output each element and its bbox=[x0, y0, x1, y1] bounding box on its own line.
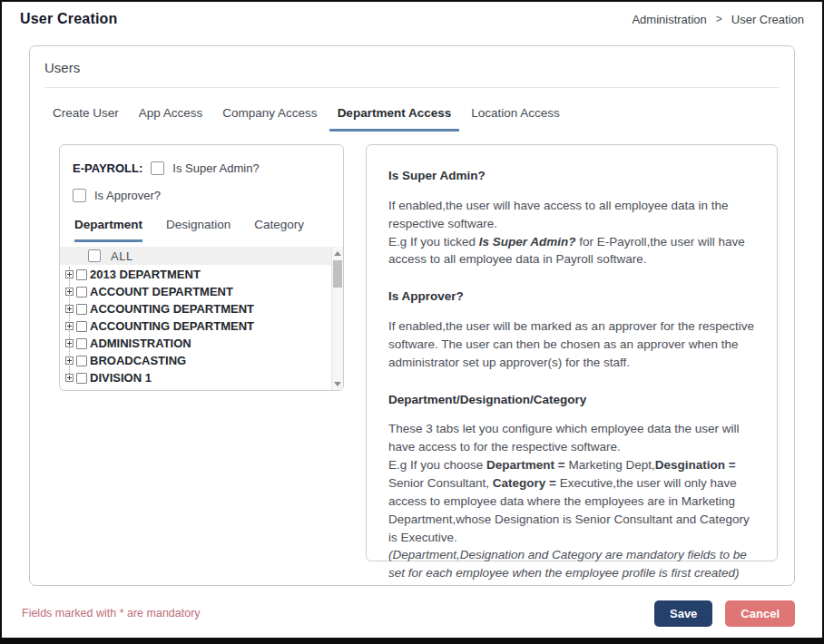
expand-plus-icon[interactable] bbox=[65, 270, 74, 278]
inner-tab-department[interactable]: Department bbox=[74, 218, 142, 242]
approver-checkbox[interactable] bbox=[73, 189, 86, 202]
users-card: Users Create User App Access Company Acc… bbox=[29, 45, 795, 586]
help-note-italic: (Department,Designation and Category are… bbox=[388, 548, 747, 580]
breadcrumb-separator: > bbox=[716, 13, 722, 25]
tree-item[interactable]: ACCOUNTING DEPARTMENT bbox=[60, 300, 331, 317]
breadcrumb: Administration > User Creation bbox=[632, 13, 804, 26]
expand-plus-icon[interactable] bbox=[65, 305, 74, 313]
inner-tabs-row: Department Designation Category bbox=[74, 218, 304, 242]
tree-item-checkbox[interactable] bbox=[76, 287, 87, 298]
tab-department-access[interactable]: Department Access bbox=[329, 99, 460, 132]
tab-app-access[interactable]: App Access bbox=[131, 99, 211, 132]
super-admin-row: E-PAYROLL: Is Super Admin? bbox=[73, 161, 260, 175]
super-admin-checkbox[interactable] bbox=[151, 161, 164, 175]
all-checkbox[interactable] bbox=[88, 249, 101, 262]
help-panel: Is Super Admin? If enabled,the user will… bbox=[366, 144, 778, 561]
tree-all-row[interactable]: ALL bbox=[60, 247, 331, 265]
approver-label: Is Approver? bbox=[94, 189, 161, 202]
tree-item-label: BROADCASTING bbox=[90, 354, 186, 367]
inner-tab-designation[interactable]: Designation bbox=[166, 218, 231, 242]
tree-rows: 2013 DEPARTMENT ACCOUNT DEPARTMENT ACCOU… bbox=[60, 265, 331, 386]
help-heading-super-admin: Is Super Admin? bbox=[388, 167, 755, 185]
help-text-approver: If enabled,the user will be marked as an… bbox=[388, 317, 755, 372]
tab-company-access[interactable]: Company Access bbox=[214, 99, 325, 132]
tree-item-checkbox[interactable] bbox=[76, 321, 87, 332]
tree-item[interactable]: DIVISION 1 bbox=[60, 369, 331, 386]
inner-tab-category[interactable]: Category bbox=[254, 218, 304, 242]
tree-item-label: ACCOUNTING DEPARTMENT bbox=[90, 319, 254, 333]
software-label: E-PAYROLL: bbox=[73, 161, 142, 175]
tree-item-label: ACCOUNTING DEPARTMENT bbox=[90, 302, 254, 316]
help-text-ddc: These 3 tabs let you configure which emp… bbox=[388, 420, 755, 582]
page-footer: Fields marked with * are mandatory Save … bbox=[22, 597, 795, 629]
super-admin-label: Is Super Admin? bbox=[172, 161, 259, 175]
help-heading-approver: Is Approver? bbox=[388, 288, 755, 306]
tree-item-label: 2013 DEPARTMENT bbox=[90, 268, 201, 281]
tree-item[interactable]: 2013 DEPARTMENT bbox=[60, 266, 331, 283]
scrollbar-thumb[interactable] bbox=[333, 260, 342, 288]
help-text-super-admin: If enabled,the user will have access to … bbox=[388, 197, 755, 268]
expand-plus-icon[interactable] bbox=[65, 339, 74, 347]
approver-row: Is Approver? bbox=[73, 189, 161, 202]
save-button[interactable]: Save bbox=[654, 600, 712, 627]
page-header: User Creation Administration > User Crea… bbox=[2, 2, 822, 36]
expand-plus-icon[interactable] bbox=[65, 288, 74, 296]
card-divider bbox=[44, 87, 780, 88]
breadcrumb-administration[interactable]: Administration bbox=[632, 13, 706, 26]
tree-item[interactable]: ACCOUNT DEPARTMENT bbox=[60, 283, 331, 300]
tree-item[interactable]: BROADCASTING bbox=[60, 352, 331, 369]
all-label: ALL bbox=[111, 249, 133, 263]
department-tree: ALL 2013 DEPARTMENT ACCOUNT DEPARTMENT bbox=[60, 247, 343, 390]
page-title: User Creation bbox=[20, 11, 118, 27]
tree-item-checkbox[interactable] bbox=[76, 304, 87, 315]
expand-plus-icon[interactable] bbox=[65, 356, 74, 365]
tree-item[interactable]: ACCOUNTING DEPARTMENT bbox=[60, 317, 331, 335]
scroll-up-icon[interactable] bbox=[332, 247, 343, 259]
user-creation-page: User Creation Administration > User Crea… bbox=[0, 0, 824, 644]
tree-item[interactable]: ADMINISTRATION bbox=[60, 335, 331, 352]
tree-item-checkbox[interactable] bbox=[76, 356, 87, 366]
card-title: Users bbox=[30, 46, 794, 75]
tree-scrollbar[interactable] bbox=[331, 247, 343, 390]
tab-location-access[interactable]: Location Access bbox=[463, 99, 568, 132]
tree-item-checkbox[interactable] bbox=[76, 373, 87, 384]
tree-item-label: ADMINISTRATION bbox=[90, 337, 191, 350]
footer-buttons: Save Cancel bbox=[654, 600, 795, 627]
breadcrumb-current: User Creation bbox=[731, 13, 804, 26]
tree-item-label: DIVISION 1 bbox=[90, 371, 152, 385]
expand-plus-icon[interactable] bbox=[65, 322, 74, 330]
help-heading-ddc: Department/Designation/Category bbox=[388, 391, 755, 409]
expand-plus-icon[interactable] bbox=[65, 374, 74, 382]
mandatory-note: Fields marked with * are mandatory bbox=[22, 607, 201, 620]
tree-item-checkbox[interactable] bbox=[76, 338, 87, 349]
department-access-panel: E-PAYROLL: Is Super Admin? Is Approver? … bbox=[59, 144, 344, 391]
scroll-down-icon[interactable] bbox=[332, 377, 343, 390]
cancel-button[interactable]: Cancel bbox=[725, 600, 795, 627]
tab-create-user[interactable]: Create User bbox=[44, 99, 127, 132]
tabs-row: Create User App Access Company Access De… bbox=[44, 99, 780, 132]
tree-item-label: ACCOUNT DEPARTMENT bbox=[90, 285, 233, 298]
tree-item-checkbox[interactable] bbox=[76, 269, 87, 280]
